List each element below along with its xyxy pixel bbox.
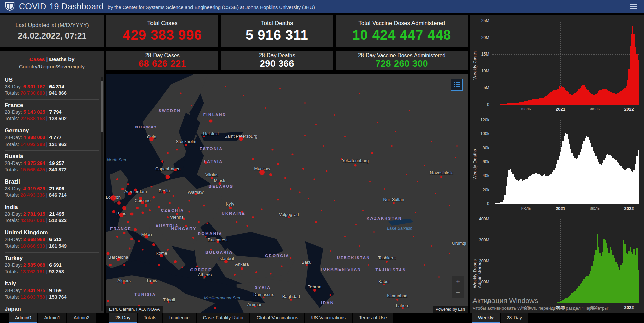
stat-label: Total Vaccine Doses Administered [358,20,445,27]
country-row[interactable]: Germany28-Day: 4 938 003 | 4 777Totals: … [5,125,99,150]
case-dot [413,236,414,237]
case-dot [117,201,121,205]
case-dot [362,210,364,211]
case-dot [130,238,133,240]
case-dot [246,225,248,227]
country-name: Russia [5,153,99,159]
case-dot [178,207,180,209]
case-dot [377,122,378,123]
case-dot [160,254,163,257]
tab-admin-admin0[interactable]: Admin0 [9,313,37,323]
country-totals-line: Totals: 78 730 893 | 941 866 [5,90,99,96]
charts-column: Weekly Cases05M10M15M20M25Mиюль2021июль2… [470,13,644,323]
y-tick-label: 10M [481,69,489,73]
powered-by-esri: Powered by Esri [433,306,468,313]
tab-map-us-vaccinations[interactable]: US Vaccinations [305,313,352,323]
zoom-in-button[interactable]: + [452,276,464,287]
case-dot [438,276,440,278]
tab-map-case-fatality-ratio[interactable]: Case-Fatality Ratio [197,313,249,323]
case-dot [236,221,237,223]
map-canvas[interactable]: NORWAYSWEDENFINLANDESTONIALATVIABELARUSC… [106,74,468,313]
tab-map-28-day[interactable]: 28-Day [109,313,137,323]
country-28day-line: 28-Day: 5 143 025 | 7 794 [5,109,99,115]
country-row[interactable]: Russia28-Day: 4 375 294 | 19 257Totals: … [5,150,99,176]
case-dot [290,257,291,259]
case-dot [176,149,178,150]
country-name: France [5,102,99,108]
case-dot [130,212,133,215]
case-dot [229,207,232,209]
chart-bars [492,120,639,204]
tab-admin-admin2[interactable]: Admin2 [67,313,96,323]
case-dot [189,211,190,212]
case-dot [167,216,169,218]
case-dot [173,195,174,197]
app-header: COVID-19 Dashboard by the Center for Sys… [0,0,644,13]
y-tick-label: 400M [479,217,489,221]
stat-value: 5 916 311 [246,27,308,43]
tab-map-global-vaccinations[interactable]: Global Vaccinations [250,313,304,323]
chart-plot-area: 05M10M15M20M25Mиюль2021июль2022 [492,21,639,105]
case-dot [334,200,335,201]
case-dot [129,247,131,249]
case-dot [277,199,279,200]
country-name: India [5,204,99,210]
y-tick-label: 100M [479,280,489,284]
country-row[interactable]: Italy28-Day: 2 341 975 | 9 169Totals: 12… [5,278,99,303]
tab-chart-28-day[interactable]: 28-Day [501,313,528,323]
tab-map-totals[interactable]: Totals [138,313,162,323]
map-legend-button[interactable] [451,79,463,91]
stat-label: Total Deaths [261,20,293,27]
stat-panel: 28-Day Cases68 626 221 [106,51,218,70]
sidebar-scrollbar-thumb[interactable] [101,81,103,132]
x-tick-label: 2021 [556,305,565,310]
y-tick-label: 0 [487,201,489,206]
case-dot [431,245,432,247]
country-row[interactable]: Turkey28-Day: 2 585 088 | 6 691Totals: 1… [5,252,99,278]
x-tick-label: июль [521,206,531,211]
case-dot [406,174,407,175]
chart-bar [638,150,639,204]
case-dot [269,173,272,176]
country-28day-line: 28-Day: 2 781 915 | 21 495 [5,211,99,217]
case-dot [196,265,198,267]
x-tick-label: 2022 [624,107,634,112]
case-dot [203,205,205,207]
country-row[interactable]: Brazil28-Day: 4 019 629 | 21 606Totals: … [5,176,99,201]
x-tick-label: 2021 [556,107,565,112]
case-dot [323,145,324,147]
case-dot [306,264,308,266]
case-dot [145,235,148,238]
country-name: US [5,77,99,83]
case-dot [308,198,309,199]
case-dot [326,170,328,172]
chart-weekly-cases: Weekly Cases05M10M15M20M25Mиюль2021июль2… [470,15,644,114]
case-dot [119,213,123,217]
case-dot [456,145,458,147]
case-dot [167,152,169,154]
country-row[interactable]: India28-Day: 2 781 915 | 21 495Totals: 4… [5,201,99,227]
tab-map-incidence[interactable]: Incidence [163,313,196,323]
case-dot [167,249,169,251]
tab-admin-admin1[interactable]: Admin1 [38,313,66,323]
stats-grid: Total Cases429 383 996Total Deaths5 916 … [106,15,468,70]
case-dot [224,260,228,263]
case-dot [150,282,153,284]
x-tick-label: июль [590,206,600,211]
tab-chart-weekly[interactable]: Weekly [472,313,500,323]
country-name: Italy [5,280,99,287]
case-dot [304,135,306,136]
case-dot [152,243,155,246]
case-dot [123,264,125,266]
case-dot [272,149,274,150]
jhu-logo [5,1,15,12]
zoom-out-button[interactable]: − [452,287,464,298]
tab-map-terms-of-use[interactable]: Terms of Use [353,313,393,323]
hamburger-menu-icon[interactable] [628,2,639,11]
case-dot [321,210,322,211]
country-row[interactable]: France28-Day: 5 143 025 | 7 794Totals: 2… [5,99,99,125]
country-row[interactable]: Japan28-Day: 2 329 233 | 3 772Totals: 4 … [5,303,99,313]
country-row[interactable]: United Kingdom28-Day: 2 668 988 | 6 512T… [5,227,99,252]
case-dot [315,221,317,223]
country-row[interactable]: US28-Day: 6 301 167 | 64 314Totals: 78 7… [5,74,99,99]
